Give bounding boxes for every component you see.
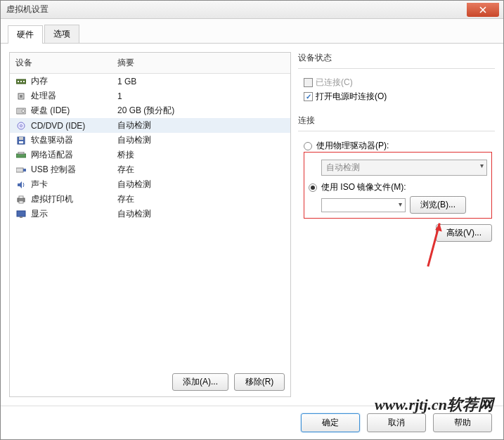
hw-item-printer[interactable]: 虚拟打印机 存在 [10, 192, 290, 207]
watermark-text: www.rjtj.cn软荐网 [375, 394, 493, 415]
vm-settings-window: 虚拟机设置 硬件 选项 设备 摘要 内存 1 GB [0, 0, 504, 440]
tab-hardware[interactable]: 硬件 [8, 25, 43, 44]
content-area: 设备 摘要 内存 1 GB 处理器 1 硬盘 (IDE) 20 GB (预分配) [1, 44, 503, 406]
hw-item-memory[interactable]: 内存 1 GB [10, 74, 290, 89]
hw-item-network[interactable]: 网络适配器 桥接 [10, 148, 290, 162]
svg-point-7 [22, 110, 25, 112]
remove-button[interactable]: 移除(R) [234, 373, 285, 391]
add-button[interactable]: 添加(A)... [172, 373, 228, 391]
physical-drive-radio[interactable] [304, 142, 312, 150]
header-device: 设备 [15, 57, 117, 69]
connection-group-title: 连接 [298, 115, 495, 127]
header-summary: 摘要 [117, 57, 285, 69]
physical-drive-combo[interactable]: 自动检测 [321, 160, 487, 176]
svg-rect-13 [16, 154, 26, 157]
hw-item-disk[interactable]: 硬盘 (IDE) 20 GB (预分配) [10, 103, 290, 118]
poweron-connect-label: 打开电源时连接(O) [316, 91, 387, 103]
cpu-icon [15, 91, 27, 101]
close-icon [479, 6, 486, 13]
cancel-button[interactable]: 取消 [367, 413, 426, 432]
network-icon [15, 150, 27, 160]
display-icon [15, 209, 27, 219]
cd-icon [15, 121, 27, 131]
highlight-annotation: 自动检测 使用 ISO 镜像文件(M): 浏览(B)... [304, 152, 492, 219]
iso-file-radio[interactable] [309, 183, 317, 192]
svg-rect-12 [19, 141, 23, 143]
right-panel: 设备状态 已连接(C) 打开电源时连接(O) 连接 [298, 52, 495, 397]
hw-item-display[interactable]: 显示 自动检测 [10, 207, 290, 221]
iso-file-label: 使用 ISO 镜像文件(M): [321, 181, 406, 193]
svg-rect-3 [23, 81, 25, 82]
svg-rect-15 [16, 168, 23, 172]
hw-item-cddvd[interactable]: CD/DVD (IDE) 自动检测 [10, 118, 290, 133]
poweron-connect-checkbox[interactable] [304, 92, 313, 101]
svg-rect-19 [19, 201, 23, 203]
memory-icon [15, 77, 27, 86]
hardware-list: 内存 1 GB 处理器 1 硬盘 (IDE) 20 GB (预分配) CD/DV… [10, 74, 290, 368]
window-title: 虚拟机设置 [1, 4, 49, 15]
hardware-panel: 设备 摘要 内存 1 GB 处理器 1 硬盘 (IDE) 20 GB (预分配) [9, 52, 291, 397]
svg-rect-18 [19, 196, 23, 198]
hw-item-sound[interactable]: 声卡 自动检测 [10, 177, 290, 192]
hardware-buttons: 添加(A)... 移除(R) [10, 368, 290, 396]
hardware-list-header: 设备 摘要 [10, 53, 290, 74]
svg-rect-5 [20, 95, 22, 98]
hw-item-cpu[interactable]: 处理器 1 [10, 89, 290, 103]
svg-rect-16 [23, 169, 26, 172]
titlebar: 虚拟机设置 [1, 1, 503, 19]
ok-button[interactable]: 确定 [301, 413, 360, 432]
tabs: 硬件 选项 [1, 19, 503, 44]
connected-label: 已连接(C) [316, 77, 353, 89]
svg-rect-14 [18, 152, 24, 154]
svg-rect-21 [20, 216, 22, 218]
help-button[interactable]: 帮助 [433, 413, 492, 432]
annotation-arrow-icon [401, 209, 468, 276]
usb-icon [15, 165, 27, 175]
disk-icon [15, 106, 27, 116]
connection-group: 连接 使用物理驱动器(P): 自动检测 使用 ISO 镜像文件(M): [298, 115, 495, 245]
tab-options[interactable]: 选项 [44, 25, 79, 43]
printer-icon [15, 195, 27, 205]
physical-drive-label: 使用物理驱动器(P): [316, 140, 389, 152]
svg-rect-20 [17, 211, 25, 216]
svg-rect-1 [18, 81, 19, 82]
status-group-title: 设备状态 [298, 52, 495, 64]
close-button[interactable] [467, 3, 499, 17]
svg-rect-2 [20, 81, 22, 82]
svg-point-9 [20, 124, 22, 127]
titlebar-buttons [467, 3, 503, 17]
svg-rect-11 [19, 137, 23, 140]
connected-checkbox [304, 78, 313, 87]
hw-item-floppy[interactable]: 软盘驱动器 自动检测 [10, 133, 290, 148]
iso-path-combo[interactable] [321, 198, 406, 212]
hw-item-usb[interactable]: USB 控制器 存在 [10, 162, 290, 177]
floppy-icon [15, 136, 27, 145]
sound-icon [15, 180, 27, 190]
device-status-group: 设备状态 已连接(C) 打开电源时连接(O) [298, 52, 495, 108]
